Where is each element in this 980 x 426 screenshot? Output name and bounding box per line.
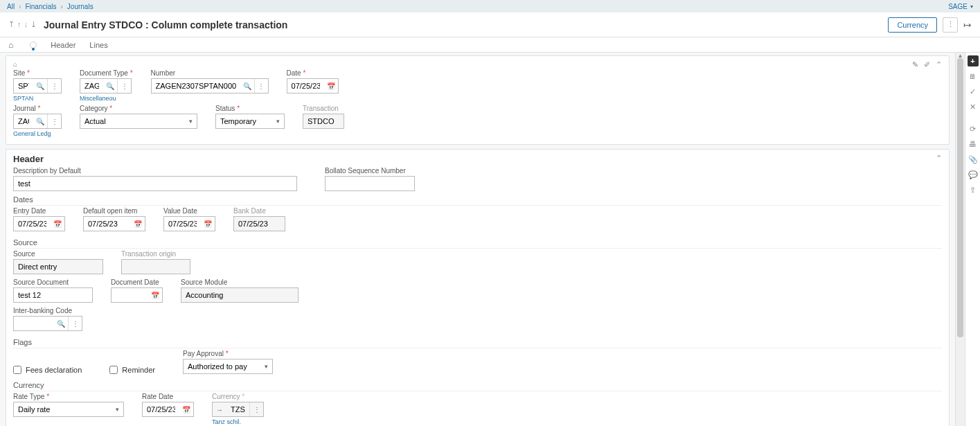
interbank-input[interactable]: 🔍 ⋮ xyxy=(13,316,82,331)
source-subsection: Source xyxy=(13,238,942,249)
journal-label: Journal * xyxy=(13,105,62,112)
currency-hint: Tanz schil. xyxy=(212,418,264,425)
date-input[interactable]: 📅 xyxy=(287,78,339,94)
currency-subsection: Currency xyxy=(13,381,942,391)
fees-declaration-checkbox[interactable]: Fees declaration xyxy=(13,366,82,374)
exit-button[interactable]: ↦ xyxy=(963,19,972,30)
doctype-label: Document Type * xyxy=(80,69,133,77)
save-icon[interactable]: 🗎 xyxy=(968,71,979,82)
next-record-icon[interactable]: ↓ xyxy=(24,20,28,29)
status-indicator-icon xyxy=(30,42,37,48)
flags-subsection: Flags xyxy=(13,338,942,348)
vertical-dots-icon: ⋮ xyxy=(947,20,954,29)
wand-icon[interactable]: ✎ xyxy=(912,60,918,69)
bank-date-field xyxy=(233,216,285,231)
tab-header[interactable]: Header xyxy=(51,37,75,52)
calendar-icon[interactable]: 📅 xyxy=(148,288,162,302)
rate-date-label: Rate Date xyxy=(142,393,194,400)
check-icon[interactable]: ✓ xyxy=(968,86,979,97)
entry-date-input[interactable]: 📅 xyxy=(13,216,65,231)
category-select[interactable] xyxy=(80,114,197,129)
add-button[interactable]: + xyxy=(968,55,979,66)
site-input[interactable]: 🔍 ⋮ xyxy=(13,78,62,94)
breadcrumb-all[interactable]: All xyxy=(7,3,15,10)
default-open-input[interactable]: 📅 xyxy=(83,216,145,231)
document-date-label: Document Date xyxy=(111,278,163,286)
prev-record-icon[interactable]: ↑ xyxy=(17,20,21,29)
link-icon[interactable]: → xyxy=(213,402,226,416)
trans-origin-field xyxy=(121,259,190,274)
number-input[interactable]: 🔍 ⋮ xyxy=(151,78,269,94)
header-section-title: Header xyxy=(13,154,942,164)
edit-icon[interactable]: ✐ xyxy=(924,60,930,69)
reminder-checkbox[interactable]: Reminder xyxy=(109,366,155,374)
calendar-icon[interactable]: 📅 xyxy=(179,402,193,416)
category-label: Category * xyxy=(80,105,197,112)
scrollbar-thumb[interactable] xyxy=(957,58,963,337)
breadcrumb-financials[interactable]: Financials xyxy=(25,3,56,10)
breadcrumb-journals[interactable]: Journals xyxy=(67,3,93,10)
tab-lines[interactable]: Lines xyxy=(89,37,107,52)
interbank-label: Inter-banking Code xyxy=(13,307,82,314)
pay-approval-select[interactable] xyxy=(183,359,273,374)
transaction-field xyxy=(303,114,344,129)
calendar-icon[interactable]: 📅 xyxy=(201,217,215,231)
last-record-icon[interactable]: ⤓ xyxy=(30,20,37,29)
site-hint: SPTAN xyxy=(13,95,62,102)
transaction-label: Transaction xyxy=(303,105,344,112)
collapse-icon[interactable]: ⌃ xyxy=(936,154,942,163)
panel-home-icon[interactable]: ⌂ xyxy=(13,60,942,68)
source-doc-label: Source Document xyxy=(13,278,93,286)
refresh-icon[interactable]: ⟳ xyxy=(968,123,979,134)
more-actions-button[interactable]: ⋮ xyxy=(943,17,958,33)
description-input[interactable] xyxy=(13,176,297,191)
currency-button[interactable]: Currency xyxy=(888,17,937,33)
bollato-input[interactable] xyxy=(325,176,415,191)
vertical-dots-icon[interactable]: ⋮ xyxy=(47,114,61,128)
search-icon[interactable]: 🔍 xyxy=(33,114,47,128)
vertical-dots-icon[interactable]: ⋮ xyxy=(249,402,263,416)
search-icon[interactable]: 🔍 xyxy=(54,317,68,330)
export-icon[interactable]: ⇪ xyxy=(968,184,979,195)
description-label: Description by Default xyxy=(13,167,297,175)
caret-down-icon: ▾ xyxy=(970,3,973,10)
doctype-input[interactable]: 🔍 ⋮ xyxy=(80,78,132,94)
rate-date-input[interactable]: 📅 xyxy=(142,402,194,417)
trans-origin-label: Transaction origin xyxy=(121,250,190,258)
delete-icon[interactable]: ✕ xyxy=(968,101,979,112)
calendar-icon[interactable]: 📅 xyxy=(324,79,338,93)
sage-menu[interactable]: SAGE ▾ xyxy=(948,3,973,10)
vertical-dots-icon[interactable]: ⋮ xyxy=(68,317,82,330)
source-label: Source xyxy=(13,250,103,258)
comment-icon[interactable]: 💬 xyxy=(968,169,979,180)
collapse-icon[interactable]: ⌃ xyxy=(936,60,942,69)
source-doc-input[interactable] xyxy=(13,287,93,303)
currency-label: Currency * xyxy=(212,393,264,400)
header-panel: ⌃ Header Description by Default Bollato … xyxy=(6,149,950,426)
rate-type-select[interactable] xyxy=(13,402,124,417)
journal-input[interactable]: 🔍 ⋮ xyxy=(13,114,62,129)
right-action-rail: + 🗎 ✓ ✕ ⟳ 🖶 📎 💬 ⇪ xyxy=(965,53,980,426)
document-date-input[interactable]: 📅 xyxy=(111,287,163,303)
vertical-scrollbar[interactable]: ▲ xyxy=(955,53,965,426)
number-label: Number xyxy=(151,69,269,77)
calendar-icon[interactable]: 📅 xyxy=(131,217,145,231)
vertical-dots-icon[interactable]: ⋮ xyxy=(47,79,61,93)
status-select[interactable] xyxy=(215,114,285,129)
print-icon[interactable]: 🖶 xyxy=(968,139,979,150)
first-record-icon[interactable]: ⤒ xyxy=(8,20,15,29)
home-tab-icon[interactable]: ⌂ xyxy=(8,40,13,50)
top-breadcrumb-bar: All › Financials › Journals SAGE ▾ xyxy=(0,0,980,12)
search-icon[interactable]: 🔍 xyxy=(33,79,47,93)
attachment-icon[interactable]: 📎 xyxy=(968,154,979,165)
chevron-right-icon: › xyxy=(61,3,63,10)
chevron-right-icon: › xyxy=(19,3,21,10)
calendar-icon[interactable]: 📅 xyxy=(51,217,64,231)
vertical-dots-icon[interactable]: ⋮ xyxy=(117,79,131,93)
search-icon[interactable]: 🔍 xyxy=(240,79,254,93)
vertical-dots-icon[interactable]: ⋮ xyxy=(254,79,268,93)
value-date-label: Value Date xyxy=(163,207,215,215)
source-module-field xyxy=(181,287,299,303)
value-date-input[interactable]: 📅 xyxy=(163,216,215,231)
search-icon[interactable]: 🔍 xyxy=(103,79,117,93)
